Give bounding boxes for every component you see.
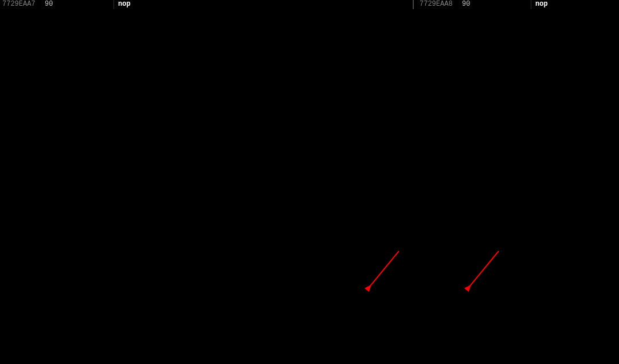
- disasm-row[interactable]: 7729EAA790nop: [0, 0, 417, 9]
- disasm-row[interactable]: 7729EAA890nop: [417, 0, 619, 9]
- bytes-cell[interactable]: 90: [457, 0, 531, 9]
- jump-gutter: [531, 0, 533, 9]
- disassembly-view[interactable]: 7729EAA790nop7729EAA890nop7729EAA98BFFmo…: [0, 0, 619, 364]
- comment-cell[interactable]: [413, 0, 417, 9]
- address-cell[interactable]: 7729EAA7: [0, 0, 40, 9]
- disassembly-cell[interactable]: nop: [116, 0, 413, 9]
- disassembly-cell[interactable]: nop: [533, 0, 619, 9]
- jump-gutter: [113, 0, 116, 9]
- address-cell[interactable]: 7729EAA8: [417, 0, 457, 9]
- bytes-cell[interactable]: 90: [40, 0, 113, 9]
